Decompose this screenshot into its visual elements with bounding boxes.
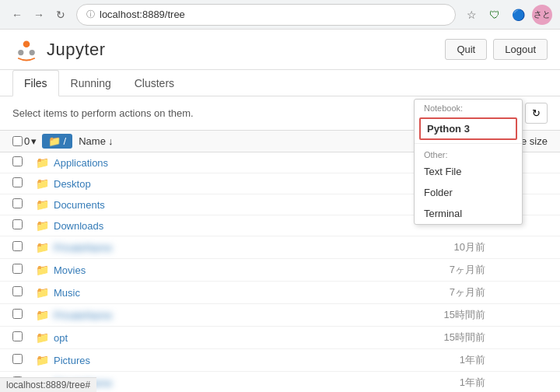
file-name-wrap: 📁Pictures xyxy=(36,354,392,366)
row-checkbox[interactable] xyxy=(12,177,23,187)
file-name[interactable]: opt xyxy=(54,332,392,344)
file-checkbox xyxy=(12,219,36,232)
file-checkbox xyxy=(12,286,36,299)
folder-icon: 📁 xyxy=(36,177,49,190)
nav-buttons: ← → ↻ xyxy=(8,5,70,24)
file-name[interactable]: PrivateName xyxy=(54,242,392,254)
row-checkbox[interactable] xyxy=(12,286,23,296)
table-row: 📁Music7ヶ月前 xyxy=(0,282,560,304)
name-column-header: Name ↓ xyxy=(72,135,392,147)
select-all-col: 0 ▾ xyxy=(12,135,36,147)
forward-button[interactable]: → xyxy=(30,5,48,24)
python3-item[interactable]: Python 3 xyxy=(421,119,516,138)
folder-icon: 📁 xyxy=(36,241,49,254)
lock-icon: ⓘ xyxy=(86,9,95,20)
file-checkbox xyxy=(12,241,36,254)
row-checkbox[interactable] xyxy=(12,241,23,251)
browser-chrome: ← → ↻ ⓘ localhost:8889/tree ☆ 🛡 🔵 さと xyxy=(0,0,560,30)
avatar-button[interactable]: さと xyxy=(532,5,552,25)
quit-button[interactable]: Quit xyxy=(445,39,487,60)
folder-item[interactable]: Folder xyxy=(415,182,522,203)
file-checkbox xyxy=(12,309,36,321)
row-checkbox[interactable] xyxy=(12,309,23,319)
status-text: localhost:8889/tree# xyxy=(6,380,90,390)
file-name[interactable]: Applications xyxy=(54,157,392,169)
jupyter-logo: Jupyter xyxy=(12,36,106,64)
folder-icon: 📁 xyxy=(36,156,49,169)
file-name-wrap: 📁Desktop xyxy=(36,177,392,190)
file-name-wrap: 📁PrivateName xyxy=(36,309,392,321)
file-name-wrap: 📁PrivateName xyxy=(36,241,392,254)
star-button[interactable]: ☆ xyxy=(462,5,481,24)
table-row: 📁Pictures1年前 xyxy=(0,349,560,372)
row-checkbox[interactable] xyxy=(12,264,23,274)
reload-button[interactable]: ↻ xyxy=(51,5,70,24)
tab-files[interactable]: Files xyxy=(12,70,59,96)
file-date: 1年前 xyxy=(392,353,485,367)
select-all-button[interactable]: 0 ▾ xyxy=(12,135,37,147)
file-checkbox xyxy=(12,198,36,211)
folder-icon: 📁 xyxy=(36,331,49,344)
nav-tabs: Files Running Clusters xyxy=(0,70,560,96)
file-name[interactable]: Documents xyxy=(54,199,392,211)
table-row: 📁Movies7ヶ月前 xyxy=(0,259,560,282)
row-checkbox[interactable] xyxy=(12,219,23,229)
back-button[interactable]: ← xyxy=(8,5,26,24)
file-name[interactable]: Downloads xyxy=(54,220,392,232)
header-buttons: Quit Logout xyxy=(445,39,548,60)
file-name-wrap: 📁Music xyxy=(36,286,392,299)
svg-point-1 xyxy=(18,50,23,55)
directory-button[interactable]: 📁 / xyxy=(42,134,72,149)
dropdown-divider xyxy=(415,143,522,144)
file-name-wrap: 📁opt xyxy=(36,331,392,344)
refresh-button[interactable]: ↻ xyxy=(525,103,548,124)
name-sort[interactable]: Name ↓ xyxy=(79,135,392,147)
file-name[interactable]: PrivateName xyxy=(54,310,392,321)
file-name-wrap: 📁Documents xyxy=(36,198,392,211)
notebook-section-label: Notebook: xyxy=(415,100,522,114)
file-name[interactable]: Desktop xyxy=(54,178,392,190)
file-checkbox xyxy=(12,264,36,276)
file-name[interactable]: PrivateName xyxy=(54,377,392,389)
file-name[interactable]: Pictures xyxy=(54,355,392,366)
shield-green-icon[interactable]: 🛡 xyxy=(485,5,504,24)
text-file-item[interactable]: Text File xyxy=(415,161,522,182)
row-checkbox[interactable] xyxy=(12,156,23,166)
file-date: 1年前 xyxy=(392,376,485,390)
folder-icon: 📁 xyxy=(36,354,49,366)
table-row: 📁PrivateName10月前 xyxy=(0,236,560,259)
table-row: 📁PrivateName15時間前 xyxy=(0,304,560,327)
folder-icon: 📁 xyxy=(36,309,49,321)
file-name-wrap: 📁Downloads xyxy=(36,219,392,232)
python3-highlight: Python 3 xyxy=(419,117,517,140)
select-all-checkbox[interactable] xyxy=(12,136,23,146)
file-name-wrap: 📁Movies xyxy=(36,264,392,276)
file-checkbox xyxy=(12,331,36,344)
svg-point-2 xyxy=(30,50,35,55)
file-name[interactable]: Music xyxy=(54,287,392,299)
row-checkbox[interactable] xyxy=(12,198,23,208)
folder-icon: 📁 xyxy=(36,264,49,276)
file-date: 15時間前 xyxy=(392,308,485,322)
status-bar: localhost:8889/tree# xyxy=(0,377,96,392)
jupyter-logo-icon xyxy=(12,36,40,64)
logout-button[interactable]: Logout xyxy=(493,39,548,60)
address-bar[interactable]: ⓘ localhost:8889/tree xyxy=(76,4,456,26)
file-checkbox xyxy=(12,354,36,366)
tab-running[interactable]: Running xyxy=(59,70,123,96)
folder-icon: 📁 xyxy=(36,286,49,299)
file-name[interactable]: Movies xyxy=(54,264,392,276)
file-date: 7ヶ月前 xyxy=(392,285,485,299)
row-checkbox[interactable] xyxy=(12,354,23,364)
terminal-item[interactable]: Terminal xyxy=(415,203,522,224)
file-date: 10月前 xyxy=(392,240,485,254)
app-header: Jupyter Quit Logout xyxy=(0,30,560,70)
row-checkbox[interactable] xyxy=(12,331,23,341)
tab-clusters[interactable]: Clusters xyxy=(123,70,186,96)
file-date: 15時間前 xyxy=(392,331,485,345)
shield-blue-icon[interactable]: 🔵 xyxy=(509,5,527,24)
folder-icon: 📁 xyxy=(36,198,49,211)
browser-icons: ☆ 🛡 🔵 さと xyxy=(462,5,552,25)
file-checkbox xyxy=(12,177,36,190)
file-checkbox xyxy=(12,156,36,169)
